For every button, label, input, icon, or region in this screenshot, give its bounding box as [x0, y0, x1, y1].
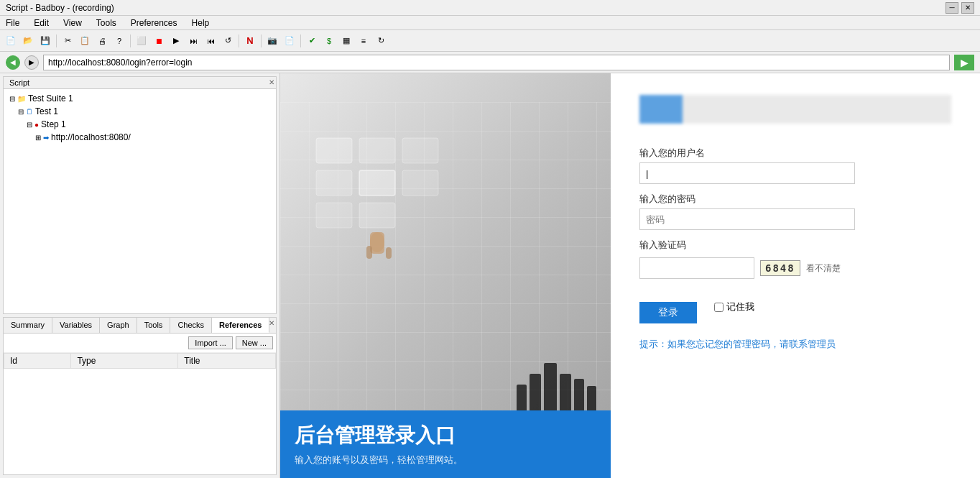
svg-rect-5 [402, 170, 438, 196]
expand-icon-testsuite: ⊟ [9, 95, 15, 103]
browser-panel: 后台管理登录入口 输入您的账号以及密码，轻松管理网站。 输入您的用户名 输入您的… [280, 73, 980, 478]
toolbar-open[interactable]: 📂 [20, 33, 36, 49]
col-type: Type [71, 354, 178, 369]
remember-checkbox[interactable] [714, 303, 724, 312]
tree-item-testsuite[interactable]: ⊟ 📁 Test Suite 1 [6, 92, 273, 105]
new-button[interactable]: New ... [236, 336, 273, 349]
minimize-button[interactable]: ─ [946, 2, 958, 14]
arrow-icon: ➡ [43, 134, 49, 142]
figure6 [587, 386, 596, 413]
references-table: Id Type Title [4, 353, 276, 369]
main-layout: ✕ Script ⊟ 📁 Test Suite 1 ⊟ 🗒 Test 1 [0, 73, 980, 478]
tab-checks[interactable]: Checks [170, 318, 212, 333]
menu-view[interactable]: View [60, 17, 85, 29]
toolbar-save[interactable]: 💾 [37, 33, 53, 49]
password-input[interactable] [639, 208, 855, 230]
toolbar-cut[interactable]: ✂ [60, 33, 75, 49]
captcha-refresh[interactable]: 看不清楚 [806, 262, 841, 275]
hint-text: 提示：如果您忘记您的管理密码，请联系管理员 [639, 338, 951, 351]
login-hero: 后台管理登录入口 输入您的账号以及密码，轻松管理网站。 [280, 73, 611, 478]
toolbar-loop[interactable]: ↺ [220, 33, 236, 49]
username-input[interactable] [639, 162, 855, 184]
bottom-panel-close[interactable]: ✕ [269, 319, 274, 327]
menu-preferences[interactable]: Preferences [128, 17, 180, 29]
login-button[interactable]: 登录 [639, 302, 697, 323]
toolbar-forward[interactable]: ⏭ [185, 33, 201, 49]
tree-item-test1[interactable]: ⊟ 🗒 Test 1 [6, 105, 273, 118]
title-bar: Script - Badboy - (recording) ─ ✕ [0, 0, 980, 16]
left-panel: ✕ Script ⊟ 📁 Test Suite 1 ⊟ 🗒 Test 1 [0, 73, 280, 478]
captcha-input[interactable] [639, 257, 754, 279]
toolbar-back[interactable]: ⏮ [203, 33, 218, 49]
tree-item-url[interactable]: ⊞ ➡ http://localhost:8080/ [6, 131, 273, 144]
tab-variables[interactable]: Variables [52, 318, 100, 333]
tree-content: ⊟ 📁 Test Suite 1 ⊟ 🗒 Test 1 ⊟ ● Step 1 [4, 89, 276, 147]
folder-icon-testsuite: 📁 [17, 95, 26, 103]
tab-graph[interactable]: Graph [100, 318, 137, 333]
toolbar-refresh2[interactable]: ↻ [373, 33, 389, 49]
tab-summary[interactable]: Summary [4, 318, 52, 333]
toolbar-record[interactable]: ⬜ [134, 33, 149, 49]
toolbar-dollar[interactable]: $ [321, 33, 337, 49]
menu-tools[interactable]: Tools [93, 17, 119, 29]
script-tab[interactable]: Script [4, 77, 276, 89]
login-page: 后台管理登录入口 输入您的账号以及密码，轻松管理网站。 输入您的用户名 输入您的… [280, 73, 980, 478]
remember-me-label[interactable]: 记住我 [714, 300, 754, 313]
hero-subtitle: 输入您的账号以及密码，轻松管理网站。 [295, 454, 596, 466]
toolbar-sep3 [239, 35, 239, 47]
address-bar: ◀ ▶ ▶ [0, 52, 980, 73]
toolbar-play[interactable]: ▶ [168, 33, 184, 49]
toolbar-check[interactable]: ✔ [304, 33, 320, 49]
tab-references[interactable]: References [212, 318, 269, 333]
toolbar-screenshot[interactable]: 📷 [264, 33, 280, 49]
figure4 [560, 374, 571, 413]
tabs-bar: Summary Variables Graph Tools Checks Ref… [4, 318, 276, 334]
bottom-panel: ✕ Summary Variables Graph Tools Checks R… [3, 317, 277, 475]
captcha-row: 6848 看不清楚 [639, 257, 951, 279]
figure3 [544, 363, 557, 413]
toolbar-list[interactable]: ≡ [356, 33, 371, 49]
doc-icon-test1: 🗒 [26, 108, 33, 116]
menu-edit[interactable]: Edit [31, 17, 52, 29]
svg-rect-0 [316, 138, 352, 163]
captcha-label: 输入验证码 [639, 239, 951, 252]
toolbar-copy[interactable]: 📋 [77, 33, 93, 49]
go-button[interactable]: ▶ [954, 55, 974, 70]
toolbar-grid[interactable]: ▦ [338, 33, 354, 49]
url-input[interactable] [43, 55, 950, 70]
svg-rect-4 [359, 170, 395, 196]
script-panel: ✕ Script ⊟ 📁 Test Suite 1 ⊟ 🗒 Test 1 [3, 76, 277, 314]
import-button[interactable]: Import ... [188, 336, 232, 349]
password-label: 输入您的密码 [639, 193, 951, 206]
silhouettes [517, 363, 596, 413]
menu-file[interactable]: File [3, 17, 22, 29]
toolbar: 📄 📂 💾 ✂ 📋 🖨 ? ⬜ ⏹ ▶ ⏭ ⏮ ↺ N 📷 📄 ✔ $ ▦ ≡ … [0, 30, 980, 52]
toolbar-doc[interactable]: 📄 [282, 33, 297, 49]
figure1 [517, 385, 527, 413]
tree-item-step1[interactable]: ⊟ ● Step 1 [6, 118, 273, 131]
toolbar-print[interactable]: 🖨 [94, 33, 110, 49]
toolbar-help[interactable]: ? [111, 33, 127, 49]
references-toolbar: Import ... New ... [4, 334, 276, 353]
figure2 [530, 374, 541, 413]
remember-text: 记住我 [726, 300, 754, 313]
nav-forward[interactable]: ▶ [24, 55, 39, 70]
toolbar-new[interactable]: 📄 [3, 33, 19, 49]
tree-label-url: http://localhost:8080/ [51, 132, 131, 142]
blurred-header [639, 95, 951, 124]
toolbar-sep2 [130, 35, 131, 47]
toolbar-N[interactable]: N [242, 33, 258, 49]
toolbar-sep5 [300, 35, 301, 47]
tree-label-step1: Step 1 [41, 119, 66, 129]
menu-help[interactable]: Help [189, 17, 213, 29]
toolbar-sep1 [56, 35, 57, 47]
remember-row: 登录 记住我 [639, 290, 951, 323]
toolbar-stop[interactable]: ⏹ [151, 33, 167, 49]
step-icon: ● [34, 121, 39, 129]
script-panel-close[interactable]: ✕ [269, 78, 274, 86]
title-bar-text: Script - Badboy - (recording) [6, 3, 946, 13]
touch-graphic [309, 131, 453, 275]
nav-back[interactable]: ◀ [6, 55, 20, 70]
close-button[interactable]: ✕ [961, 2, 974, 14]
tab-tools[interactable]: Tools [137, 318, 171, 333]
